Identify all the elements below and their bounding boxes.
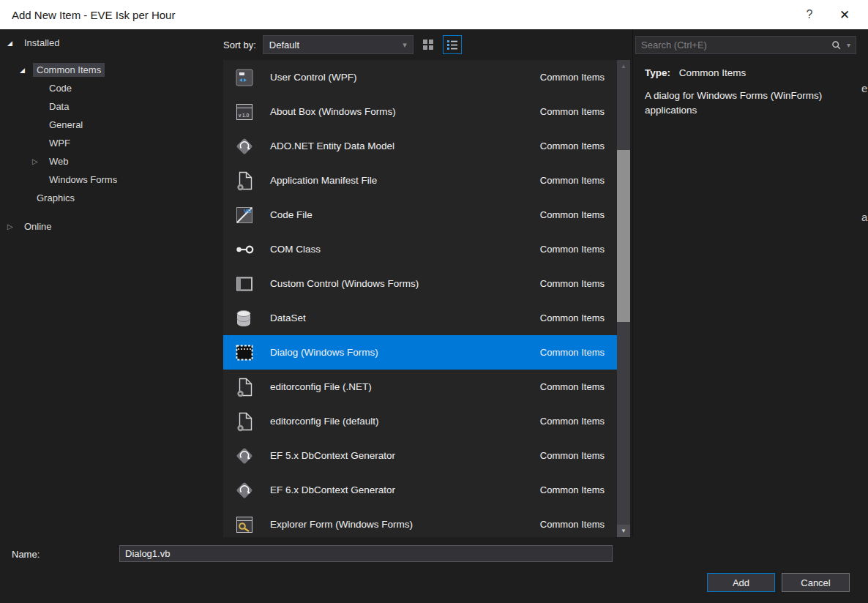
template-name: Code File bbox=[270, 209, 313, 220]
list-item[interactable]: COM ClassCommon Items bbox=[223, 232, 617, 266]
entity-model-icon bbox=[232, 443, 257, 468]
grid-view-button[interactable] bbox=[419, 35, 438, 54]
list-item[interactable]: Application Manifest FileCommon Items bbox=[223, 163, 617, 198]
collapsed-arrow-icon[interactable]: ▷ bbox=[7, 222, 20, 231]
sidebar-item-label: Code bbox=[45, 81, 75, 95]
template-category: Common Items bbox=[540, 106, 605, 117]
search-icon[interactable] bbox=[831, 40, 842, 50]
vb-code-file-icon: VB bbox=[232, 203, 257, 228]
sort-by-label: Sort by: bbox=[223, 40, 256, 50]
grid-view-icon bbox=[422, 39, 434, 50]
template-name: EF 6.x DbContext Generator bbox=[270, 484, 395, 495]
template-category: Common Items bbox=[540, 175, 605, 186]
template-name: User Control (WPF) bbox=[270, 72, 357, 83]
template-category: Common Items bbox=[540, 141, 605, 151]
add-button[interactable]: Add bbox=[707, 573, 775, 592]
svg-text:v 1.0: v 1.0 bbox=[239, 113, 249, 118]
sidebar-item-online[interactable]: ▷Online bbox=[0, 217, 220, 236]
template-category: Common Items bbox=[540, 278, 605, 289]
list-item[interactable]: EF 6.x DbContext GeneratorCommon Items bbox=[223, 473, 617, 507]
custom-control-icon bbox=[232, 271, 257, 296]
template-category: Common Items bbox=[540, 519, 605, 530]
collapsed-arrow-icon[interactable]: ▷ bbox=[32, 157, 45, 165]
template-category: Common Items bbox=[540, 312, 605, 323]
template-category: Common Items bbox=[540, 209, 605, 220]
list-item[interactable]: ADO.NET Entity Data ModelCommon Items bbox=[223, 129, 617, 163]
com-class-icon bbox=[232, 237, 257, 262]
search-dropdown-chevron-icon[interactable]: ▾ bbox=[847, 41, 850, 49]
template-name: About Box (Windows Forms) bbox=[270, 106, 396, 117]
template-name: Custom Control (Windows Forms) bbox=[270, 278, 419, 289]
template-name: ADO.NET Entity Data Model bbox=[270, 141, 394, 151]
sort-toolbar: Sort by: Default ▾ bbox=[223, 34, 462, 56]
sidebar-item-label: WPF bbox=[45, 136, 74, 150]
sort-dropdown-value: Default bbox=[269, 40, 299, 50]
category-tree: ◢Installed◢Common ItemsCodeDataGeneralWP… bbox=[0, 29, 220, 537]
sidebar-item-web[interactable]: ▷Web bbox=[0, 152, 220, 171]
sidebar-item-label: Web bbox=[45, 154, 72, 168]
close-button[interactable]: ✕ bbox=[827, 0, 862, 29]
type-label: Type: bbox=[645, 67, 670, 78]
template-category: Common Items bbox=[540, 244, 605, 255]
sidebar-item-wpf[interactable]: WPF bbox=[0, 134, 220, 152]
about-box-icon: v 1.0 bbox=[232, 100, 257, 124]
svg-text:VB: VB bbox=[244, 207, 252, 214]
template-name: COM Class bbox=[270, 244, 321, 255]
window-title: Add New Item - EVE Isk per Hour bbox=[12, 9, 792, 21]
sidebar-item-general[interactable]: General bbox=[0, 116, 220, 134]
template-category: Common Items bbox=[540, 381, 605, 392]
help-button[interactable]: ? bbox=[792, 0, 827, 29]
sidebar-item-graphics[interactable]: Graphics bbox=[0, 189, 220, 207]
chevron-down-icon: ▾ bbox=[403, 40, 407, 50]
template-name: Explorer Form (Windows Forms) bbox=[270, 519, 413, 530]
dataset-icon bbox=[232, 306, 257, 331]
template-name: editorconfig File (default) bbox=[270, 416, 379, 427]
wpf-user-control-icon bbox=[232, 65, 257, 90]
name-label: Name: bbox=[12, 549, 40, 560]
search-input[interactable] bbox=[641, 40, 831, 50]
template-name: EF 5.x DbContext Generator bbox=[270, 450, 395, 461]
sidebar-item-label: Data bbox=[45, 100, 72, 113]
list-item[interactable]: editorconfig File (default)Common Items bbox=[223, 404, 617, 438]
entity-model-icon bbox=[232, 478, 257, 503]
template-name: editorconfig File (.NET) bbox=[270, 381, 372, 392]
list-item[interactable]: Custom Control (Windows Forms)Common Ite… bbox=[223, 266, 617, 301]
list-item[interactable]: User Control (WPF)Common Items bbox=[223, 60, 617, 94]
scroll-down-button[interactable]: ▼ bbox=[617, 525, 630, 537]
list-view-button[interactable] bbox=[443, 35, 462, 54]
template-category: Common Items bbox=[540, 347, 605, 358]
list-scrollbar[interactable]: ▲ ▼ bbox=[617, 60, 630, 537]
scroll-up-button[interactable]: ▲ bbox=[617, 60, 630, 72]
expanded-arrow-icon[interactable]: ◢ bbox=[7, 40, 20, 47]
sidebar-item-common-items[interactable]: ◢Common Items bbox=[0, 61, 220, 79]
sidebar-item-label: Online bbox=[20, 220, 56, 233]
list-item[interactable]: editorconfig File (.NET)Common Items bbox=[223, 370, 617, 404]
template-list: User Control (WPF)Common Itemsv 1.0About… bbox=[223, 60, 617, 537]
sidebar-item-code[interactable]: Code bbox=[0, 79, 220, 97]
expanded-arrow-icon[interactable]: ◢ bbox=[20, 67, 33, 74]
list-item[interactable]: VBCode FileCommon Items bbox=[223, 198, 617, 232]
scrollbar-thumb[interactable] bbox=[617, 150, 630, 322]
sidebar-item-label: Common Items bbox=[33, 63, 105, 77]
sidebar-item-installed[interactable]: ◢Installed bbox=[0, 34, 220, 52]
template-name: DataSet bbox=[270, 312, 306, 323]
list-view-icon bbox=[446, 39, 458, 50]
list-item[interactable]: Dialog (Windows Forms)Common Items bbox=[223, 335, 617, 370]
sidebar-item-windows-forms[interactable]: Windows Forms bbox=[0, 171, 220, 189]
template-category: Common Items bbox=[540, 450, 605, 461]
titlebar: Add New Item - EVE Isk per Hour ? ✕ bbox=[0, 0, 868, 29]
sort-dropdown[interactable]: Default ▾ bbox=[263, 35, 414, 54]
list-item[interactable]: v 1.0About Box (Windows Forms)Common Ite… bbox=[223, 94, 617, 129]
list-item[interactable]: Explorer Form (Windows Forms)Common Item… bbox=[223, 507, 617, 537]
sidebar-item-label: General bbox=[45, 118, 86, 132]
sidebar-item-data[interactable]: Data bbox=[0, 97, 220, 116]
name-input[interactable] bbox=[119, 545, 613, 562]
entity-model-icon bbox=[232, 134, 257, 159]
search-box: ▾ bbox=[635, 36, 856, 54]
sidebar-item-label: Installed bbox=[20, 36, 63, 50]
list-item[interactable]: DataSetCommon Items bbox=[223, 301, 617, 335]
list-item[interactable]: EF 5.x DbContext GeneratorCommon Items bbox=[223, 438, 617, 473]
template-name: Dialog (Windows Forms) bbox=[270, 347, 378, 358]
cancel-button[interactable]: Cancel bbox=[782, 573, 850, 592]
template-name: Application Manifest File bbox=[270, 175, 377, 186]
